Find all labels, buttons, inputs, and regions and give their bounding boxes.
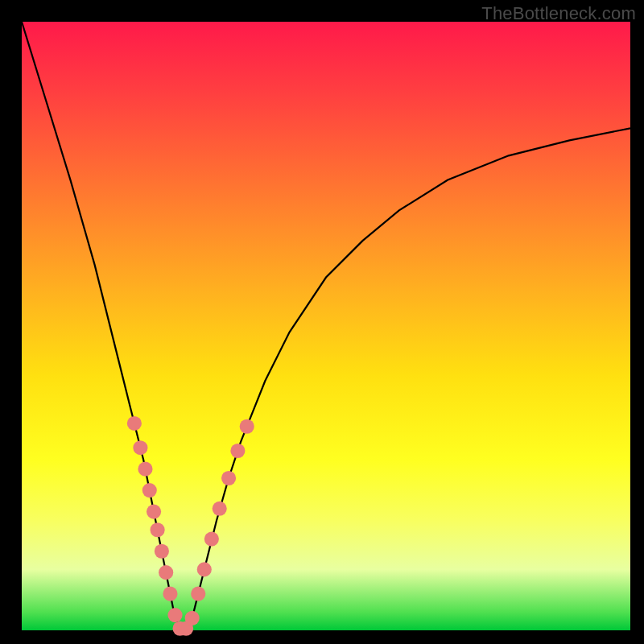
curve-marker xyxy=(163,587,177,601)
curve-marker xyxy=(204,532,219,547)
curve-marker xyxy=(191,587,205,601)
curve-marker xyxy=(230,444,245,458)
curve-marker xyxy=(155,544,169,559)
curve-marker xyxy=(167,608,182,622)
curve-marker xyxy=(159,565,173,580)
curve-marker xyxy=(197,562,212,576)
curve-marker xyxy=(213,502,227,516)
chart-svg xyxy=(22,22,630,630)
curve-marker xyxy=(138,462,152,477)
curve-line xyxy=(22,22,630,630)
curve-marker xyxy=(142,483,157,497)
curve-marker xyxy=(185,611,200,625)
curve-marker xyxy=(221,471,236,485)
curve-marker xyxy=(127,416,142,431)
curve-marker xyxy=(147,505,161,519)
curve-marker xyxy=(133,440,147,455)
curve-marker xyxy=(151,522,165,537)
curve-marker xyxy=(240,419,254,434)
curve-markers xyxy=(127,416,254,636)
